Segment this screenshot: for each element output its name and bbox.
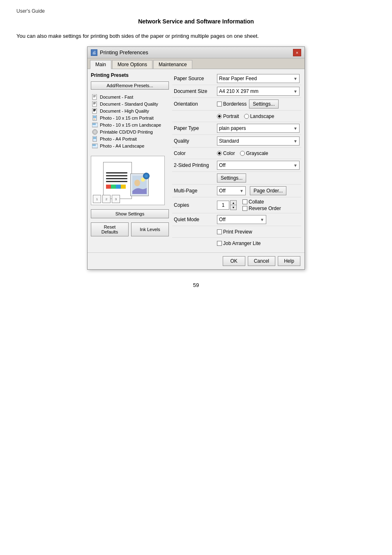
copies-group: ▲ ▼ — [217, 200, 237, 210]
reverse-order-checkbox-box — [242, 206, 247, 211]
copies-label: Copies — [174, 202, 217, 208]
tab-more-options[interactable]: More Options — [112, 60, 152, 69]
list-item[interactable]: Photo - 10 x 15 cm Portrait — [91, 115, 169, 121]
preset-label: Photo - A4 Portrait — [100, 136, 137, 141]
print-preview-checkbox-box — [217, 229, 222, 234]
preset-label: Document - High Quality — [100, 109, 149, 113]
left-panel: Printing Presets Add/Remove Presets... D… — [91, 72, 169, 249]
two-sided-label: 2-Sided Printing — [174, 162, 217, 168]
reverse-order-label: Reverse Order — [249, 206, 281, 211]
page-num-1: 1 — [93, 195, 101, 203]
paper-source-row: Paper Source Rear Paper Feed ▼ — [172, 72, 301, 85]
landscape-radio[interactable]: Landscape — [244, 113, 274, 119]
document-size-row: Document Size A4 210 X 297 mm ▼ — [172, 85, 301, 98]
collate-checkbox[interactable]: Collate — [242, 199, 281, 205]
job-arranger-label: Job Arranger Lite — [223, 240, 261, 246]
help-button[interactable]: Help — [278, 256, 300, 266]
tab-maintenance[interactable]: Maintenance — [153, 60, 192, 69]
document-size-label: Document Size — [174, 88, 217, 94]
two-sided-chevron: ▼ — [293, 163, 297, 168]
print-preview-checkbox[interactable]: Print Preview — [217, 229, 252, 235]
paper-type-select[interactable]: plain papers ▼ — [217, 124, 300, 133]
collate-label: Collate — [249, 199, 264, 205]
two-sided-select[interactable]: Off ▼ — [217, 161, 300, 170]
borderless-checkbox[interactable]: Borderless — [217, 101, 247, 107]
intro-text: You can also make settings for printing … — [16, 33, 376, 39]
page-order-button[interactable]: Page Order... — [250, 186, 286, 195]
document-size-control: A4 210 X 297 mm ▼ — [217, 87, 300, 96]
svg-rect-16 — [92, 123, 96, 125]
quality-value: Standard — [219, 138, 239, 144]
quality-row: Quality Standard ▼ — [172, 135, 301, 148]
cancel-button[interactable]: Cancel — [248, 256, 275, 266]
add-remove-presets-button[interactable]: Add/Remove Presets... — [91, 81, 169, 90]
paper-source-select[interactable]: Rear Paper Feed ▼ — [217, 74, 300, 83]
multi-page-label: Multi-Page — [174, 188, 217, 194]
borderless-settings-button[interactable]: Settings... — [249, 99, 278, 109]
list-item[interactable]: Photo - 10 x 15 cm Landscape — [91, 122, 169, 128]
page-num-2: 2 — [102, 195, 111, 203]
paper-source-control: Rear Paper Feed ▼ — [217, 74, 300, 83]
quality-control: Standard ▼ — [217, 136, 300, 146]
dialog-tabs: Main More Options Maintenance — [88, 58, 304, 69]
list-item[interactable]: Photo - A4 Portrait — [91, 136, 169, 142]
borderless-checkbox-box — [217, 102, 222, 106]
dialog-footer: OK Cancel Help — [88, 252, 304, 269]
job-arranger-checkbox[interactable]: Job Arranger Lite — [217, 240, 261, 246]
quality-select[interactable]: Standard ▼ — [217, 136, 300, 146]
multi-page-select[interactable]: Off ▼ — [217, 186, 246, 195]
list-item[interactable]: Document - Standard Quality — [91, 101, 169, 107]
paper-type-label: Paper Type — [174, 125, 217, 131]
document-size-chevron: ▼ — [293, 89, 297, 94]
list-item[interactable]: Document - High Quality — [91, 108, 169, 114]
quality-label: Quality — [174, 138, 217, 144]
show-settings-button[interactable]: Show Settings — [91, 209, 169, 218]
list-item[interactable]: Document - Fast — [91, 94, 169, 100]
print-preview-control: Print Preview — [217, 229, 300, 235]
two-sided-settings-button[interactable]: Settings... — [217, 173, 246, 183]
list-item[interactable]: Photo - A4 Landscape — [91, 143, 169, 149]
copies-input[interactable] — [217, 201, 229, 210]
multi-page-control: Off ▼ Page Order... — [217, 186, 300, 195]
document-size-select[interactable]: A4 210 X 297 mm ▼ — [217, 87, 300, 96]
quiet-mode-chevron: ▼ — [260, 217, 264, 222]
ink-levels-button[interactable]: Ink Levels — [131, 222, 169, 236]
two-sided-control: Off ▼ — [217, 161, 300, 170]
copies-up-button[interactable]: ▲ — [231, 201, 236, 205]
preset-label: Photo - 10 x 15 cm Portrait — [100, 116, 154, 120]
landscape-label: Landscape — [250, 113, 274, 119]
color-radio-group: Color Grayscale — [217, 150, 268, 156]
left-bottom-buttons: Reset Defaults Ink Levels — [91, 222, 169, 236]
copies-row: Copies ▲ ▼ — [172, 197, 301, 213]
copies-down-button[interactable]: ▼ — [231, 205, 236, 210]
job-arranger-checkbox-box — [217, 241, 222, 246]
portrait-radio[interactable]: Portrait — [217, 113, 239, 119]
grayscale-radio-label: Grayscale — [246, 150, 268, 156]
doc-fast-icon — [92, 94, 98, 100]
tab-main[interactable]: Main — [90, 60, 111, 69]
photo-portrait-icon — [92, 115, 98, 121]
collate-checkbox-box — [242, 199, 247, 204]
color-row: Color Color Grayscale — [172, 148, 301, 159]
svg-rect-13 — [93, 116, 96, 118]
svg-point-18 — [94, 131, 96, 133]
quiet-mode-row: Quiet Mode Off ▼ — [172, 213, 301, 226]
portrait-radio-circle — [217, 114, 222, 119]
dialog-close-button[interactable]: × — [293, 49, 301, 56]
grayscale-radio[interactable]: Grayscale — [240, 150, 268, 156]
page-title: Network Service and Software Information — [16, 18, 376, 25]
reverse-order-checkbox[interactable]: Reverse Order — [242, 206, 281, 211]
multi-page-value: Off — [219, 188, 226, 194]
ok-button[interactable]: OK — [223, 256, 245, 266]
color-radio[interactable]: Color — [217, 150, 235, 156]
two-sided-row: 2-Sided Printing Off ▼ — [172, 159, 301, 172]
quiet-mode-select[interactable]: Off ▼ — [217, 215, 266, 224]
photo-landscape-icon — [92, 122, 98, 128]
quality-chevron: ▼ — [293, 139, 297, 143]
reset-defaults-button[interactable]: Reset Defaults — [91, 222, 129, 236]
list-item[interactable]: Printable CD/DVD Printing — [91, 129, 169, 135]
two-sided-settings-row: Settings... — [172, 172, 301, 185]
right-panel: Paper Source Rear Paper Feed ▼ Document … — [172, 72, 301, 249]
two-sided-settings-control: Settings... — [217, 173, 300, 183]
orientation-radio-group: Portrait Landscape — [217, 113, 274, 119]
